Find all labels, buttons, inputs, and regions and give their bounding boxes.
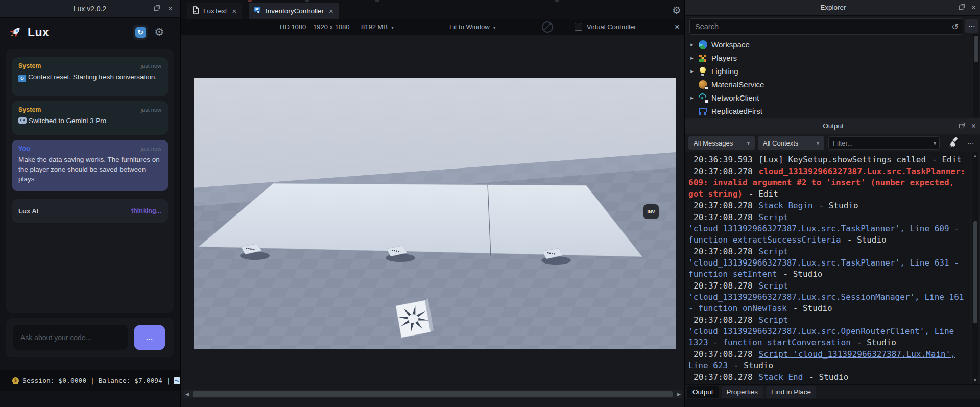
tab-properties[interactable]: Properties bbox=[722, 386, 763, 398]
chat-message-user: You just now Make the data saving works.… bbox=[12, 140, 168, 191]
chevron-down-icon: ▾ bbox=[817, 140, 819, 146]
chat-history: System just now ↻Context reset. Starting… bbox=[6, 49, 174, 313]
tree-item-workspace[interactable]: ▸ Workspace bbox=[685, 38, 971, 51]
messages-filter-dropdown[interactable]: All Messages▾ bbox=[688, 136, 755, 150]
scrollbar-thumb[interactable] bbox=[973, 221, 977, 323]
tab-find-in-place[interactable]: Find in Place bbox=[766, 386, 816, 398]
context-reset-button[interactable]: ↻ bbox=[133, 25, 148, 40]
virtual-controller-label: Virtual Controller bbox=[587, 19, 636, 35]
memory-dropdown[interactable]: 8192 MB▾ bbox=[361, 19, 394, 35]
clear-output-button[interactable] bbox=[945, 135, 960, 151]
device-preset[interactable]: HD 1080 bbox=[280, 19, 306, 35]
expand-arrow-icon[interactable]: ▸ bbox=[685, 68, 699, 75]
virtual-controller-checkbox[interactable] bbox=[575, 23, 582, 31]
app-name: Lux bbox=[28, 26, 49, 39]
close-icon[interactable]: × bbox=[232, 7, 237, 15]
lux-header: Lux ↻ ⚙ bbox=[0, 21, 180, 43]
undock-icon[interactable] bbox=[959, 3, 965, 12]
scroll-down-icon[interactable]: ▼ bbox=[973, 378, 977, 383]
scrollbar-thumb[interactable] bbox=[193, 391, 673, 397]
scrollbar-thumb[interactable] bbox=[974, 36, 978, 62]
scroll-up-icon[interactable]: ▲ bbox=[973, 153, 977, 158]
undock-icon[interactable] bbox=[959, 122, 965, 131]
thinking-status: thinking... bbox=[131, 207, 161, 214]
session-balance-text: Session: $0.0000 | Balance: $7.0094 | bbox=[22, 377, 171, 385]
close-icon[interactable]: × bbox=[329, 7, 333, 15]
tab-luxtext[interactable]: LuxText × bbox=[187, 3, 242, 19]
output-filter-input[interactable] bbox=[829, 139, 930, 147]
close-icon[interactable]: × bbox=[971, 122, 976, 131]
contexts-filter-dropdown[interactable]: All Contexts▾ bbox=[758, 136, 824, 150]
expand-arrow-icon[interactable]: ▸ bbox=[685, 55, 699, 61]
chart-icon bbox=[174, 377, 180, 384]
explorer-search-input[interactable] bbox=[690, 22, 952, 31]
script-icon bbox=[254, 6, 261, 16]
bottom-strip bbox=[685, 399, 980, 407]
scroll-right-icon[interactable]: ▶ bbox=[677, 390, 681, 398]
output-log[interactable]: 20:36:39.593[Lux] KeySetup.showSettings … bbox=[685, 152, 970, 384]
log-entry: 20:37:08.278Script 'cloud_13139296632738… bbox=[688, 280, 967, 314]
lighting-icon bbox=[699, 67, 707, 76]
viewport-column: LuxText × InventoryController × ⚙ HD 108… bbox=[181, 0, 684, 407]
close-icon[interactable]: × bbox=[675, 19, 680, 35]
output-toolbar: All Messages▾ All Contexts▾ ▾ ⋯ bbox=[685, 134, 980, 152]
scroll-left-icon[interactable]: ◀ bbox=[185, 390, 189, 398]
window-edge-artifact bbox=[375, 0, 379, 2]
tree-item-replicatedfirst[interactable]: ReplicatedFirst bbox=[685, 104, 971, 117]
viewport-horizontal-scrollbar[interactable]: ◀ ▶ bbox=[183, 390, 683, 398]
message-time: just now bbox=[141, 107, 161, 113]
lux-titlebar: Lux v2.0.2 × bbox=[0, 0, 180, 18]
virtual-controller-toggle[interactable]: Virtual Controller bbox=[575, 19, 636, 35]
explorer-search[interactable]: ↺ bbox=[689, 18, 963, 35]
log-entry-error: 20:37:08.278cloud_131392966327387.Lux.sr… bbox=[688, 166, 967, 200]
message-author: Lux AI bbox=[18, 207, 38, 215]
undock-icon[interactable] bbox=[154, 5, 160, 13]
tree-item-materialservice[interactable]: MaterialService bbox=[685, 78, 971, 91]
window-edge-artifact bbox=[248, 0, 252, 2]
window-edge-artifact bbox=[555, 0, 559, 2]
reset-icon: ↻ bbox=[18, 75, 26, 82]
chevron-down-icon[interactable]: ▾ bbox=[934, 140, 936, 146]
output-menu-button[interactable]: ⋯ bbox=[964, 136, 977, 150]
money-bag-icon: $ bbox=[12, 377, 19, 384]
message-body: Switched to Gemini 3 Pro bbox=[18, 116, 161, 126]
viewport-settings-gear-icon[interactable]: ⚙ bbox=[672, 4, 681, 16]
expand-arrow-icon[interactable]: ▸ bbox=[685, 41, 699, 48]
tree-item-lighting[interactable]: ▸ Lighting bbox=[685, 64, 971, 78]
chat-input[interactable] bbox=[13, 325, 128, 350]
tab-output[interactable]: Output bbox=[687, 386, 719, 398]
log-entry: 20:37:08.278Script 'cloud_13139296632738… bbox=[688, 246, 967, 280]
chat-input-row: ... bbox=[6, 318, 174, 357]
networkclient-icon bbox=[699, 93, 707, 102]
tab-label: LuxText bbox=[203, 7, 227, 15]
chevron-down-icon: ▾ bbox=[747, 140, 750, 146]
chat-message-assistant: Lux AI thinking... bbox=[12, 199, 168, 223]
billing-status-bar: $ Session: $0.0000 | Balance: $7.0094 | … bbox=[0, 370, 180, 391]
inventory-overlay-button[interactable]: INV bbox=[643, 204, 659, 219]
search-history-icon[interactable]: ↺ bbox=[952, 22, 959, 32]
rocket-logo-icon bbox=[8, 25, 22, 39]
tab-inventorycontroller[interactable]: InventoryController × bbox=[249, 3, 339, 19]
explorer-title: Explorer bbox=[685, 0, 980, 15]
mute-disabled-icon bbox=[542, 19, 553, 35]
explorer-scrollbar[interactable] bbox=[973, 34, 979, 117]
message-author: System bbox=[18, 62, 41, 69]
chat-message-system: System just now ↻Context reset. Starting… bbox=[12, 57, 168, 96]
tree-item-players[interactable]: ▸ Players bbox=[685, 51, 971, 64]
log-entry-script-link[interactable]: 20:37:08.278Script 'cloud_13139296632738… bbox=[688, 349, 967, 371]
log-entry: 20:37:08.278Script 'cloud_13139296632738… bbox=[688, 212, 967, 246]
message-time: just now bbox=[141, 146, 161, 152]
send-button[interactable]: ... bbox=[134, 325, 165, 350]
game-viewport-render[interactable] bbox=[194, 78, 676, 349]
chevron-down-icon: ▾ bbox=[493, 25, 496, 30]
output-scrollbar[interactable]: ▲ ▼ bbox=[972, 152, 978, 384]
message-author: System bbox=[18, 106, 41, 113]
expand-arrow-icon[interactable]: ▸ bbox=[685, 94, 699, 101]
close-icon[interactable]: × bbox=[168, 4, 173, 13]
explorer-menu-button[interactable]: ⋯ bbox=[965, 19, 978, 33]
output-filter-field[interactable]: ▾ bbox=[828, 136, 940, 150]
settings-gear-icon[interactable]: ⚙ bbox=[154, 26, 164, 39]
tree-item-networkclient[interactable]: ▸ NetworkClient bbox=[685, 91, 971, 104]
fit-mode-dropdown[interactable]: Fit to Window▾ bbox=[449, 19, 496, 35]
close-icon[interactable]: × bbox=[971, 3, 976, 12]
